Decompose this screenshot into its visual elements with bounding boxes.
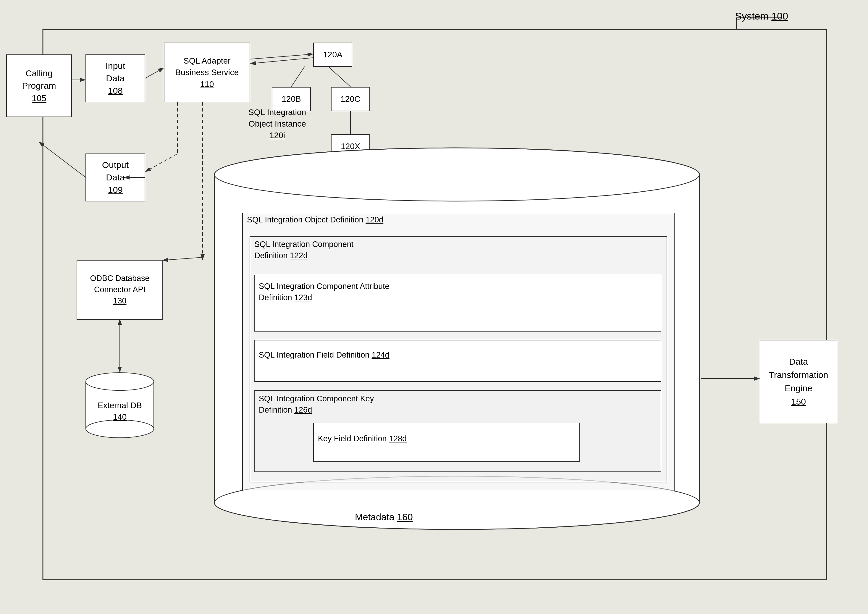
svg-line-36 xyxy=(251,58,313,64)
svg-rect-30 xyxy=(254,340,661,381)
sql-comp-attr-title: SQL Integration Component AttributeDefin… xyxy=(259,281,389,304)
data-transform-label: DataTransformationEngine150 xyxy=(769,355,828,408)
odbc-box: ODBC DatabaseConnector API130 xyxy=(77,260,163,319)
sql-obj-def-title: SQL Integration Object Definition 120d xyxy=(247,215,383,225)
sql-comp-key-title: SQL Integration Component KeyDefinition … xyxy=(259,393,374,416)
obj-120x-label: 120X xyxy=(331,135,370,158)
input-data-label: InputData108 xyxy=(105,60,126,97)
odbc-label: ODBC DatabaseConnector API130 xyxy=(90,273,149,306)
key-field-def-title: Key Field Definition 128d xyxy=(318,434,407,443)
system-label: System System100 xyxy=(735,10,788,22)
svg-line-35 xyxy=(250,54,313,59)
data-transform-box: DataTransformationEngine150 xyxy=(760,340,837,423)
metadata-label: Metadata 160 xyxy=(355,512,413,523)
sql-adapter-label: SQL AdapterBusiness Service110 xyxy=(175,55,239,90)
external-db-label: External DB140 xyxy=(86,393,154,429)
output-data-label: OutputData109 xyxy=(102,159,129,196)
svg-point-24 xyxy=(214,476,699,529)
diagram-container: System System100 CallingProgram105 Input… xyxy=(0,0,868,614)
svg-line-34 xyxy=(145,68,164,78)
svg-point-18 xyxy=(214,148,699,201)
svg-point-21 xyxy=(214,476,699,529)
output-data-box: OutputData109 xyxy=(86,154,145,201)
sql-adapter-box: SQL AdapterBusiness Service110 xyxy=(164,43,250,102)
calling-program-label: CallingProgram105 xyxy=(22,67,56,104)
svg-point-23 xyxy=(214,148,699,201)
obj-120a-label: 120A xyxy=(313,43,352,67)
input-data-box: InputData108 xyxy=(86,55,145,102)
calling-program-box: CallingProgram105 xyxy=(6,55,71,117)
svg-line-45 xyxy=(291,67,305,87)
svg-line-42 xyxy=(146,154,177,172)
svg-point-11 xyxy=(86,373,154,391)
sql-integration-instance-label: SQL IntegrationObject Instance120i xyxy=(248,107,306,141)
sql-comp-def-title: SQL Integration ComponentDefinition 122d xyxy=(254,239,353,262)
svg-line-46 xyxy=(328,67,350,87)
sql-field-def-title: SQL Integration Field Definition 124d xyxy=(259,350,389,360)
svg-line-43 xyxy=(39,142,86,177)
obj-120c-label: 120C xyxy=(331,87,370,111)
svg-line-38 xyxy=(163,257,203,260)
